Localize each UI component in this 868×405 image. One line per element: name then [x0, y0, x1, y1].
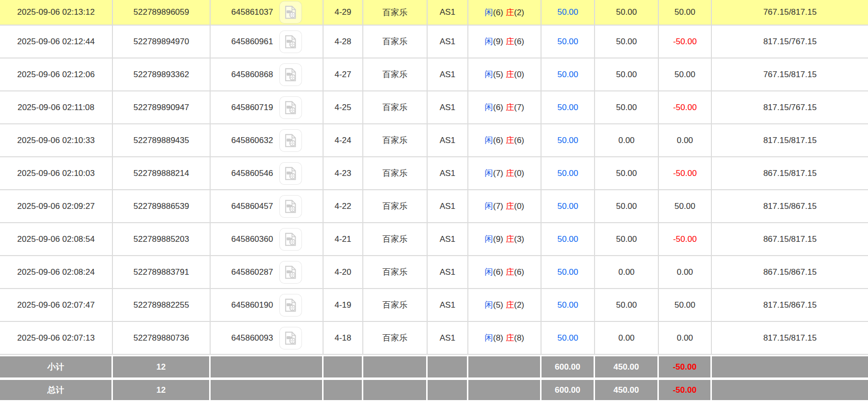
video-file-icon	[283, 100, 298, 115]
subtotal-bet-amount: 600.00	[542, 355, 595, 377]
game-number-cell: 645860190	[211, 289, 324, 322]
banker-result-label: 庄	[506, 202, 514, 211]
bet-amount-link[interactable]: 50.00	[557, 267, 578, 277]
video-replay-button[interactable]	[279, 129, 302, 152]
bet-amount-cell: 50.00	[542, 190, 595, 223]
banker-score: (2)	[514, 8, 524, 17]
bet-amount-link[interactable]: 50.00	[557, 202, 578, 211]
bet-amount-link[interactable]: 50.00	[557, 333, 578, 343]
bet-amount-cell: 50.00	[542, 289, 595, 322]
total-empty-cell	[363, 377, 428, 400]
table-code: AS1	[428, 256, 468, 289]
player-score: (7)	[493, 169, 503, 178]
video-replay-button[interactable]	[279, 195, 302, 218]
win-loss-amount: -50.00	[659, 91, 712, 124]
bet-amount-cell: 50.00	[542, 124, 595, 157]
banker-score: (0)	[514, 169, 524, 178]
video-replay-button[interactable]	[279, 327, 302, 349]
order-number: 522789888214	[113, 157, 211, 190]
round-number: 4-20	[324, 256, 363, 289]
video-replay-button[interactable]	[279, 228, 302, 251]
order-number: 522789886539	[113, 190, 211, 223]
video-replay-button[interactable]	[279, 63, 302, 86]
total-valid-amount: 450.00	[595, 377, 659, 400]
player-score: (6)	[493, 103, 503, 112]
video-replay-button[interactable]	[279, 30, 302, 53]
round-number: 4-19	[324, 289, 363, 322]
game-type: 百家乐	[363, 289, 428, 322]
order-number: 522789882255	[113, 289, 211, 322]
banker-result-label: 庄	[506, 136, 514, 145]
subtotal-empty-cell	[468, 355, 542, 377]
total-row: 总计 12 600.00 450.00 -50.00	[0, 377, 868, 400]
bet-amount-link[interactable]: 50.00	[557, 300, 578, 310]
balance-before-after: 867.15/867.15	[712, 256, 868, 289]
bet-amount-link[interactable]: 50.00	[557, 70, 578, 79]
video-file-icon	[283, 298, 298, 313]
valid-amount: 50.00	[595, 58, 659, 91]
video-replay-button[interactable]	[279, 162, 302, 185]
game-number-cell: 645860868	[211, 58, 324, 91]
bet-time: 2025-09-06 02:10:03	[0, 157, 113, 190]
subtotal-valid-amount: 450.00	[595, 355, 659, 377]
balance-before-after: 817.15/867.15	[712, 289, 868, 322]
bet-amount-link[interactable]: 50.00	[557, 169, 578, 178]
game-number: 645860546	[231, 169, 273, 178]
bet-record-row: 2025-09-06 02:13:12 522789896059 6458610…	[0, 0, 868, 26]
bet-record-row: 2025-09-06 02:10:03 522789888214 6458605…	[0, 157, 868, 190]
video-file-icon	[283, 5, 298, 20]
game-number-cell: 645860632	[211, 124, 324, 157]
game-type: 百家乐	[363, 190, 428, 223]
player-result-label: 闲	[485, 333, 493, 343]
order-number: 522789894970	[113, 26, 211, 58]
game-result: 闲(5)庄(0)	[468, 58, 542, 91]
bet-record-row: 2025-09-06 02:07:13 522789880736 6458600…	[0, 322, 868, 355]
bet-amount-link[interactable]: 50.00	[557, 103, 578, 112]
video-replay-button[interactable]	[279, 261, 302, 284]
game-type: 百家乐	[363, 0, 428, 26]
valid-amount: 50.00	[595, 289, 659, 322]
video-file-icon	[283, 67, 298, 82]
balance-before-after: 817.15/817.15	[712, 124, 868, 157]
table-code: AS1	[428, 289, 468, 322]
bet-time: 2025-09-06 02:07:47	[0, 289, 113, 322]
round-number: 4-24	[324, 124, 363, 157]
bet-amount-cell: 50.00	[542, 256, 595, 289]
banker-score: (2)	[514, 300, 524, 310]
balance-before-after: 817.15/767.15	[712, 26, 868, 58]
balance-before-after: 817.15/867.15	[712, 190, 868, 223]
game-number-cell: 645860546	[211, 157, 324, 190]
banker-score: (7)	[514, 103, 524, 112]
banker-result-label: 庄	[506, 300, 514, 310]
bet-amount-link[interactable]: 50.00	[557, 7, 578, 17]
bet-amount-link[interactable]: 50.00	[557, 37, 578, 46]
video-replay-button[interactable]	[279, 1, 302, 24]
balance-before-after: 767.15/817.15	[712, 0, 868, 26]
balance-before-after: 817.15/767.15	[712, 91, 868, 124]
player-result-label: 闲	[485, 136, 493, 145]
game-number-cell: 645860457	[211, 190, 324, 223]
bet-amount-link[interactable]: 50.00	[557, 234, 578, 244]
game-type: 百家乐	[363, 223, 428, 256]
win-loss-amount: 0.00	[659, 124, 712, 157]
video-replay-button[interactable]	[279, 96, 302, 119]
total-empty-cell	[428, 377, 468, 400]
round-number: 4-21	[324, 223, 363, 256]
game-result: 闲(7)庄(0)	[468, 190, 542, 223]
round-number: 4-23	[324, 157, 363, 190]
order-number: 522789883791	[113, 256, 211, 289]
game-type: 百家乐	[363, 256, 428, 289]
banker-score: (0)	[514, 202, 524, 211]
video-replay-button[interactable]	[279, 294, 302, 317]
valid-amount: 0.00	[595, 256, 659, 289]
win-loss-amount: 50.00	[659, 58, 712, 91]
game-result: 闲(6)庄(2)	[468, 0, 542, 26]
game-number: 645860719	[231, 103, 273, 112]
order-number: 522789880736	[113, 322, 211, 355]
subtotal-empty-cell	[712, 355, 868, 377]
banker-score: (6)	[514, 267, 524, 277]
banker-result-label: 庄	[506, 70, 514, 79]
win-loss-amount: 0.00	[659, 322, 712, 355]
bet-record-row: 2025-09-06 02:07:47 522789882255 6458601…	[0, 289, 868, 322]
bet-amount-link[interactable]: 50.00	[557, 136, 578, 145]
